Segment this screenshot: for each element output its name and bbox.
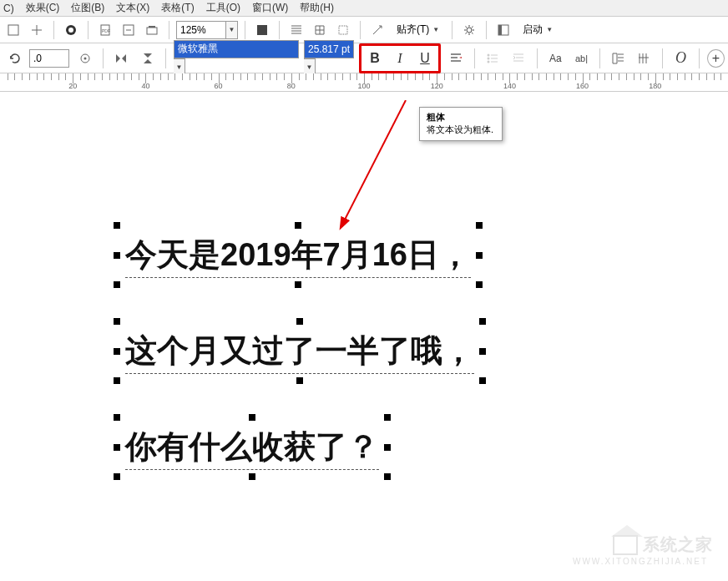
text-object-2[interactable]: 这个月又过了一半了哦， [125, 330, 474, 372]
menu-effect[interactable]: 效果(C) [26, 1, 60, 15]
watermark-url: WWW.XITONGZHIJIA.NET [573, 557, 708, 566]
tool-button-d[interactable] [142, 20, 162, 40]
separator [279, 21, 280, 39]
handle-tl[interactable] [114, 222, 120, 229]
snap-dropdown[interactable]: 贴齐(T) ▼ [391, 20, 445, 40]
font-name-dropdown[interactable]: ▼ [174, 40, 299, 77]
handle-tr[interactable] [479, 318, 486, 325]
handle-bl[interactable] [114, 377, 120, 384]
handle-tl[interactable] [114, 318, 120, 325]
separator [169, 21, 169, 39]
case-icon[interactable]: Aa [545, 48, 566, 69]
ruler-tick: 60 [215, 82, 223, 90]
handle-br[interactable] [476, 281, 483, 288]
menu-partial-c[interactable]: C) [3, 3, 14, 14]
separator [88, 21, 88, 39]
underline-button[interactable]: U [413, 48, 437, 69]
handle-mr[interactable] [479, 348, 486, 355]
rotation-input[interactable] [29, 49, 69, 68]
indent-icon[interactable] [508, 48, 529, 69]
ruler-tick: 180 [649, 82, 661, 90]
handle-tr[interactable] [476, 222, 483, 229]
text-object-3[interactable]: 你有什么收获了？ [125, 426, 379, 468]
launch-dropdown[interactable]: 启动 ▼ [517, 20, 559, 40]
export-pdf-icon[interactable]: PDF [95, 20, 115, 40]
handle-tm[interactable] [295, 222, 301, 229]
bold-tooltip: 粗体 将文本设为粗体. [419, 107, 503, 141]
snap-icon[interactable] [367, 20, 387, 40]
separator [599, 48, 600, 68]
snap-label: 贴齐(T) [397, 23, 429, 37]
launch-label: 启动 [523, 23, 543, 37]
mirror-h-icon[interactable] [111, 48, 132, 69]
handle-tm[interactable] [249, 414, 255, 421]
handle-ml[interactable] [114, 252, 120, 259]
zoom-input[interactable] [176, 21, 226, 39]
horizontal-ruler: 20406080100120140160180 [0, 73, 728, 92]
ruler-tick: 20 [68, 82, 77, 90]
mirror-v-icon[interactable] [137, 48, 158, 69]
font-name-input[interactable] [174, 40, 299, 58]
zoom-dropdown-arrow[interactable]: ▼ [226, 21, 238, 39]
ruler-tick: 160 [576, 82, 589, 90]
handle-br[interactable] [479, 377, 486, 384]
separator [360, 21, 361, 39]
svg-rect-8 [257, 25, 267, 35]
options-gear-icon[interactable] [459, 20, 479, 40]
list-bullet-icon[interactable] [483, 48, 503, 69]
menu-table[interactable]: 表格(T) [161, 1, 194, 15]
grid-icon[interactable] [310, 20, 330, 40]
handle-bm[interactable] [296, 377, 303, 384]
separator [662, 48, 663, 68]
bold-button[interactable]: B [363, 48, 387, 69]
text-props-a-icon[interactable] [608, 48, 629, 69]
chevron-down-icon: ▼ [546, 26, 553, 33]
tool-button-c[interactable] [119, 20, 139, 40]
layout-icon[interactable] [493, 20, 513, 40]
text-align-icon[interactable] [446, 48, 467, 69]
tool-button-a[interactable] [3, 20, 23, 40]
fullscreen-icon[interactable] [252, 20, 272, 40]
handle-bm[interactable] [295, 281, 301, 288]
publish-web-icon[interactable] [61, 20, 81, 40]
italic-button[interactable]: I [388, 48, 412, 69]
text-object-1[interactable]: 今天是2019年7月16日， [125, 234, 471, 276]
handle-tl[interactable] [114, 414, 120, 421]
handle-tr[interactable] [384, 414, 391, 421]
handle-ml[interactable] [114, 348, 120, 355]
rotation-lock-icon[interactable] [74, 48, 95, 69]
canvas-area[interactable]: 今天是2019年7月16日， 这个月又过了一半了哦， 你有什么收获了？ [0, 125, 728, 581]
text-italic-o-icon[interactable]: O [670, 48, 691, 69]
menu-tool[interactable]: 工具(O) [206, 1, 240, 15]
guides-icon[interactable] [333, 20, 353, 40]
tool-button-b[interactable] [27, 20, 47, 40]
handle-bm[interactable] [249, 473, 255, 480]
undo-icon[interactable] [3, 48, 24, 69]
handle-bl[interactable] [114, 473, 120, 480]
align-icon-a[interactable] [286, 20, 306, 40]
handle-mr[interactable] [476, 252, 483, 259]
svg-rect-7 [149, 26, 155, 28]
handle-br[interactable] [384, 473, 391, 480]
standard-toolbar: PDF ▼ 贴齐(T) ▼ 启动 ▼ [0, 17, 728, 43]
font-size-input[interactable] [304, 40, 354, 58]
separator [103, 48, 104, 68]
menu-help[interactable]: 帮助(H) [300, 1, 334, 15]
handle-mr[interactable] [384, 444, 391, 451]
chevron-down-icon: ▼ [432, 26, 439, 33]
ruler-tick: 100 [357, 82, 370, 90]
menu-window[interactable]: 窗口(W) [252, 1, 288, 15]
zoom-level-dropdown[interactable]: ▼ [176, 21, 238, 39]
handle-bl[interactable] [114, 281, 120, 288]
font-size-dropdown[interactable]: ▼ [304, 40, 354, 77]
dropcap-icon[interactable]: ab| [571, 48, 592, 69]
add-button[interactable]: + [707, 49, 725, 68]
separator [452, 21, 452, 39]
handle-ml[interactable] [114, 444, 120, 451]
menu-text[interactable]: 文本(X) [116, 1, 149, 15]
separator [486, 21, 487, 39]
menu-bitmap[interactable]: 位图(B) [71, 1, 104, 15]
tooltip-title: 粗体 [427, 111, 495, 124]
text-props-b-icon[interactable] [634, 48, 655, 69]
handle-tm[interactable] [296, 318, 303, 325]
